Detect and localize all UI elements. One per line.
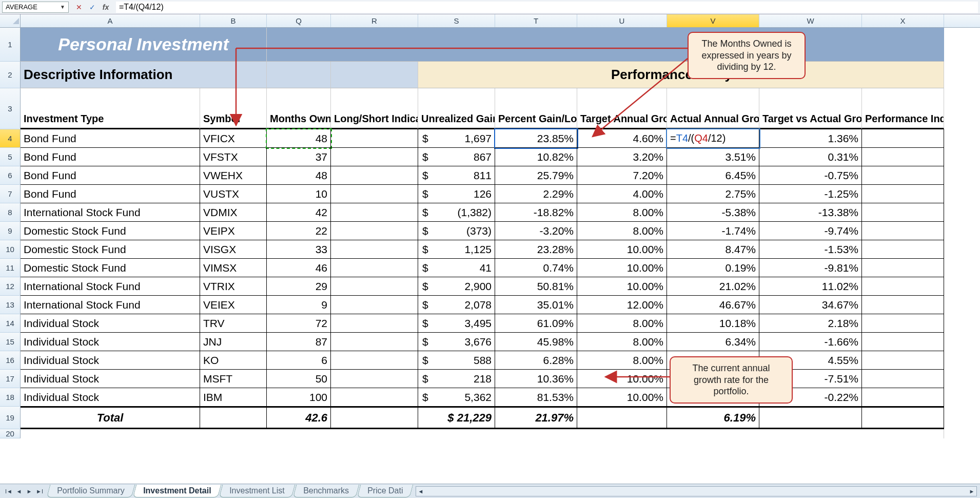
cell-A14[interactable]: Individual Stock bbox=[21, 314, 200, 333]
header-T[interactable]: Percent Gain/Loss bbox=[495, 88, 577, 129]
cell-B8[interactable]: VDMIX bbox=[200, 203, 267, 222]
insert-function-icon[interactable]: fx bbox=[101, 2, 111, 12]
cell-B17[interactable]: MSFT bbox=[200, 370, 267, 388]
cell-U18[interactable]: 10.00% bbox=[577, 388, 667, 407]
cell-A17[interactable]: Individual Stock bbox=[21, 370, 200, 388]
cell-B10[interactable]: VISGX bbox=[200, 240, 267, 259]
cell-R13[interactable] bbox=[331, 296, 418, 314]
cell-R9[interactable] bbox=[331, 222, 418, 240]
cell-T11[interactable]: 0.74% bbox=[495, 259, 577, 277]
cell-V12[interactable]: 21.02% bbox=[667, 277, 759, 296]
row-header-13[interactable]: 13 bbox=[0, 296, 21, 314]
row-header-18[interactable]: 18 bbox=[0, 388, 21, 407]
cell-X15[interactable] bbox=[862, 333, 944, 351]
cell-U6[interactable]: 7.20% bbox=[577, 166, 667, 185]
cell-Q17[interactable]: 50 bbox=[267, 370, 331, 388]
cell-S17[interactable]: $218 bbox=[418, 370, 495, 388]
cell-X6[interactable] bbox=[862, 166, 944, 185]
cell-W14[interactable]: 2.18% bbox=[759, 314, 862, 333]
cell-R15[interactable] bbox=[331, 333, 418, 351]
cell-U9[interactable]: 8.00% bbox=[577, 222, 667, 240]
cell-S5[interactable]: $867 bbox=[418, 148, 495, 166]
column-header-X[interactable]: X bbox=[862, 14, 944, 27]
cell-X12[interactable] bbox=[862, 277, 944, 296]
cell-V13[interactable]: 46.67% bbox=[667, 296, 759, 314]
cell-Q13[interactable]: 9 bbox=[267, 296, 331, 314]
tab-nav-first-icon[interactable]: I◄ bbox=[4, 487, 13, 496]
cell-V5[interactable]: 3.51% bbox=[667, 148, 759, 166]
cell-W13[interactable]: 34.67% bbox=[759, 296, 862, 314]
cell-R18[interactable] bbox=[331, 388, 418, 407]
cell-W10[interactable]: -1.53% bbox=[759, 240, 862, 259]
cell-R6[interactable] bbox=[331, 166, 418, 185]
cell-V11[interactable]: 0.19% bbox=[667, 259, 759, 277]
cell-Q4[interactable]: 48 bbox=[267, 129, 331, 148]
cell-V7[interactable]: 2.75% bbox=[667, 185, 759, 203]
header-A[interactable]: Investment Type bbox=[21, 88, 200, 129]
cell-W7[interactable]: -1.25% bbox=[759, 185, 862, 203]
cell-Q6[interactable]: 48 bbox=[267, 166, 331, 185]
column-header-T[interactable]: T bbox=[495, 14, 577, 27]
cell-U17[interactable]: 10.00% bbox=[577, 370, 667, 388]
row-header-10[interactable]: 10 bbox=[0, 240, 21, 259]
cell-U15[interactable]: 8.00% bbox=[577, 333, 667, 351]
row-header-6[interactable]: 6 bbox=[0, 166, 21, 185]
cell-R14[interactable] bbox=[331, 314, 418, 333]
hscroll-right-icon[interactable]: ► bbox=[967, 487, 976, 496]
cell-A9[interactable]: Domestic Stock Fund bbox=[21, 222, 200, 240]
cell-U13[interactable]: 12.00% bbox=[577, 296, 667, 314]
cell-V10[interactable]: 8.47% bbox=[667, 240, 759, 259]
cell-T7[interactable]: 2.29% bbox=[495, 185, 577, 203]
cell-T13[interactable]: 35.01% bbox=[495, 296, 577, 314]
cell-T8[interactable]: -18.82% bbox=[495, 203, 577, 222]
row-header-4[interactable]: 4 bbox=[0, 129, 21, 148]
column-header-U[interactable]: U bbox=[577, 14, 667, 27]
cell-X17[interactable] bbox=[862, 370, 944, 388]
cell-B14[interactable]: TRV bbox=[200, 314, 267, 333]
column-header-B[interactable]: B bbox=[200, 14, 267, 27]
cell-B18[interactable]: IBM bbox=[200, 388, 267, 407]
cell-S16[interactable]: $588 bbox=[418, 351, 495, 370]
cell-U7[interactable]: 4.00% bbox=[577, 185, 667, 203]
cell-B6[interactable]: VWEHX bbox=[200, 166, 267, 185]
row-header-16[interactable]: 16 bbox=[0, 351, 21, 370]
cell-Q11[interactable]: 46 bbox=[267, 259, 331, 277]
column-header-Q[interactable]: Q bbox=[267, 14, 331, 27]
cell-S8[interactable]: $(1,382) bbox=[418, 203, 495, 222]
cell-V9[interactable]: -1.74% bbox=[667, 222, 759, 240]
cell-W9[interactable]: -9.74% bbox=[759, 222, 862, 240]
row-header-20[interactable]: 20 bbox=[0, 429, 21, 438]
cell-Q10[interactable]: 33 bbox=[267, 240, 331, 259]
cell-W11[interactable]: -9.81% bbox=[759, 259, 862, 277]
cell-T18[interactable]: 81.53% bbox=[495, 388, 577, 407]
sheet-tab-benchmarks[interactable]: Benchmarks bbox=[292, 485, 359, 497]
row-header-9[interactable]: 9 bbox=[0, 222, 21, 240]
tab-nav-prev-icon[interactable]: ◄ bbox=[14, 487, 24, 496]
cell-X4[interactable] bbox=[862, 129, 944, 148]
cell-S18[interactable]: $5,362 bbox=[418, 388, 495, 407]
cell-U10[interactable]: 10.00% bbox=[577, 240, 667, 259]
cell-R10[interactable] bbox=[331, 240, 418, 259]
sheet-tab-portfolio-summary[interactable]: Portfolio Summary bbox=[47, 485, 135, 497]
row-header-8[interactable]: 8 bbox=[0, 203, 21, 222]
cell-Q7[interactable]: 10 bbox=[267, 185, 331, 203]
row-header-17[interactable]: 17 bbox=[0, 370, 21, 388]
cell-R4[interactable] bbox=[331, 129, 418, 148]
column-header-R[interactable]: R bbox=[331, 14, 418, 27]
cell-T15[interactable]: 45.98% bbox=[495, 333, 577, 351]
cell-X14[interactable] bbox=[862, 314, 944, 333]
cell-S11[interactable]: $41 bbox=[418, 259, 495, 277]
cell-T14[interactable]: 61.09% bbox=[495, 314, 577, 333]
cell-A4[interactable]: Bond Fund bbox=[21, 129, 200, 148]
row-header-14[interactable]: 14 bbox=[0, 314, 21, 333]
cell-A18[interactable]: Individual Stock bbox=[21, 388, 200, 407]
cell-X10[interactable] bbox=[862, 240, 944, 259]
cell-Q15[interactable]: 87 bbox=[267, 333, 331, 351]
hscroll-left-icon[interactable]: ◄ bbox=[416, 487, 425, 496]
cell-T6[interactable]: 25.79% bbox=[495, 166, 577, 185]
cancel-formula-icon[interactable]: ✕ bbox=[74, 2, 84, 12]
tab-nav-next-icon[interactable]: ► bbox=[25, 487, 34, 496]
row-header-11[interactable]: 11 bbox=[0, 259, 21, 277]
row-header-1[interactable]: 1 bbox=[0, 28, 21, 62]
row-header-12[interactable]: 12 bbox=[0, 277, 21, 296]
